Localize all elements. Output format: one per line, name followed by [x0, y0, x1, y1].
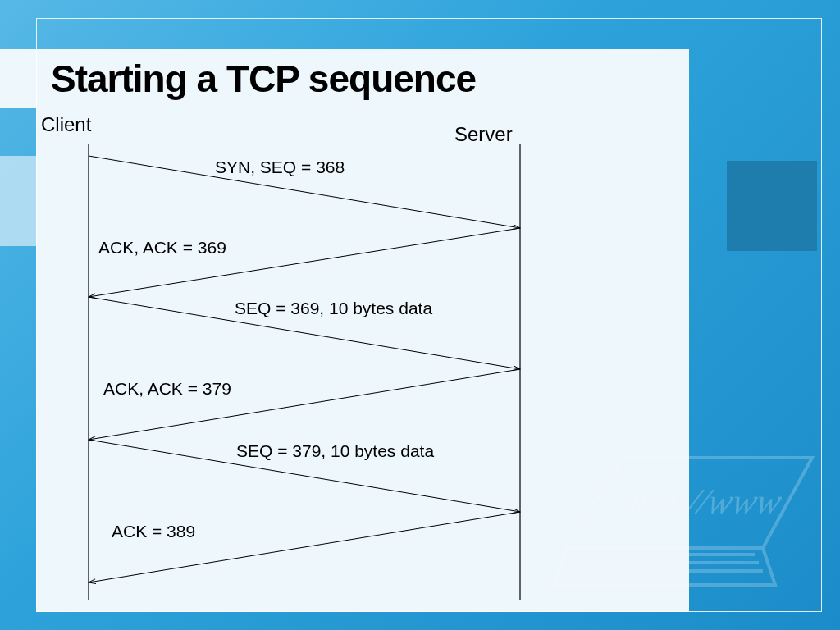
msg-ack-369: ACK, ACK = 369 — [98, 238, 226, 258]
msg-data-379: SEQ = 379, 10 bytes data — [236, 441, 434, 461]
watermark-text: http://www — [616, 482, 787, 522]
laptop-watermark-icon: http://www — [525, 425, 820, 622]
slide-title: Starting a TCP sequence — [51, 57, 476, 101]
msg-ack-389: ACK = 389 — [112, 522, 195, 541]
background-accent-square — [727, 161, 817, 251]
title-bar: Starting a TCP sequence — [0, 49, 689, 108]
msg-syn: SYN, SEQ = 368 — [215, 158, 345, 177]
msg-ack-379: ACK, ACK = 379 — [103, 379, 231, 399]
msg-data-369: SEQ = 369, 10 bytes data — [235, 299, 432, 318]
